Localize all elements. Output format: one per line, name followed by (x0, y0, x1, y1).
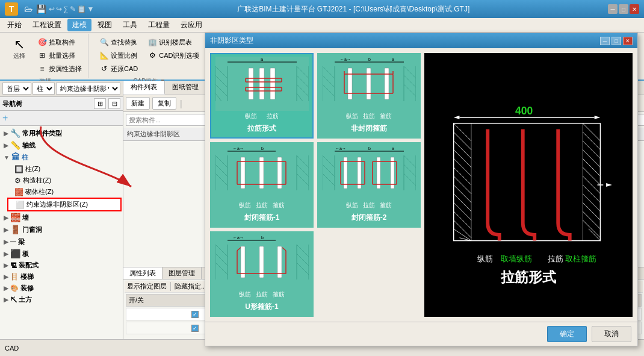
dialog-title-bar: 非阴影区类型 ─ □ ✕ (205, 33, 637, 48)
options-icon: ⚙ (147, 51, 157, 60)
rebar-card-uxing[interactable]: ←a→ b 纵筋 (210, 231, 314, 317)
svg-text:b: b (261, 146, 264, 151)
svg-marker-111 (606, 183, 612, 187)
section-column[interactable]: ▼ 🏛 柱 (1, 151, 122, 163)
restore-icon: ↺ (99, 64, 109, 73)
options-label: CAD识别选项 (159, 51, 199, 60)
dialog-maximize-button[interactable]: □ (611, 37, 621, 45)
constraint-icon: ⬜ (16, 201, 25, 209)
dialog-title-buttons: ─ □ ✕ (600, 37, 633, 45)
add-bar: + (0, 111, 123, 126)
menu-build[interactable]: 建模 (67, 19, 91, 31)
ribbon-cad-tools: 🔍 查找替换 📐 设置比例 ↺ 还原CAD 🏢 识别楼层表 ⚙ (97, 35, 202, 76)
maximize-button[interactable]: □ (619, 4, 628, 14)
dialog-title-text: 非阴影区类型 (210, 36, 253, 46)
svg-text:b: b (368, 146, 371, 151)
rebar-diagram-lajin: a (215, 57, 309, 111)
tree-header-bar: 导航树 ⊞ ⊟ (0, 97, 123, 111)
type-select[interactable]: 柱 (33, 83, 55, 95)
tab-properties[interactable]: 属性列表 (123, 267, 163, 279)
svg-text:a: a (260, 57, 263, 62)
find-replace-button[interactable]: 🔍 查找替换 (97, 36, 140, 48)
attr-select-button[interactable]: ≡ 按属性选择 (35, 63, 84, 75)
floor-select[interactable]: 首层 (2, 83, 31, 95)
copy-button[interactable]: 复制 (152, 97, 176, 110)
restore-cad-button[interactable]: ↺ 还原CAD (97, 63, 140, 75)
section-beam[interactable]: ▶ ─ 梁 (1, 236, 122, 248)
section-slab[interactable]: ▶ ⬛ 板 (1, 248, 122, 260)
cad-options-button[interactable]: ⚙ CAD识别选项 (145, 49, 202, 61)
cancel-button[interactable]: 取消 (592, 326, 631, 342)
dialog-close-button[interactable]: ✕ (623, 37, 633, 45)
layer-toggle-2[interactable]: ✓ (191, 325, 199, 332)
nav-header: 首层 柱 约束边缘非阴影▼ (0, 81, 123, 97)
menu-bar: 开始 工程设置 建模 视图 工具 工程量 云应用 (0, 18, 644, 33)
section-stairs[interactable]: ▶ 🪜 楼梯 (1, 271, 122, 283)
find-icon: 🔍 (99, 37, 109, 47)
section-wall[interactable]: ▶ 🧱 墙 (1, 211, 122, 223)
scale-label: 设置比例 (111, 51, 137, 60)
card2-name: 非封闭箍筋 (351, 122, 387, 135)
title-bar: T 🗁 💾 ↩ ↪ ∑ ✎ 📋 ▼ 广联达BIM土建计量平台 GTJ2021 -… (0, 0, 644, 18)
menu-tools[interactable]: 工具 (118, 19, 142, 31)
minimize-button[interactable]: ─ (608, 4, 618, 14)
menu-start[interactable]: 开始 (2, 19, 26, 31)
select-label: 选择 (13, 52, 25, 60)
filter-select[interactable]: 约束边缘非阴影▼ (56, 83, 120, 95)
svg-text:←a→: ←a→ (340, 57, 351, 61)
svg-rect-63 (323, 155, 416, 190)
rebar-diagram-fengbi1: ←a→ b (215, 146, 309, 200)
section-common[interactable]: ▶ 🔧 常用构件类型 (1, 127, 122, 139)
dialog-minimize-button[interactable]: ─ (600, 37, 610, 45)
rebar-card-feifengbi[interactable]: ←a→ b a (317, 53, 421, 139)
new-button[interactable]: 新建 (126, 97, 150, 110)
floors-icon: 🏢 (147, 37, 157, 47)
card1-name: 拉筋形式 (247, 122, 276, 135)
section-axis[interactable]: ▶ 📏 轴线 (1, 139, 122, 151)
ribbon-select-group: ↖ 选择 🎯 拾取构件 ⊞ 批量选择 ≡ 按属性选择 选择 (2, 34, 88, 78)
svg-text:拉筋形式: 拉筋形式 (500, 269, 557, 285)
card5-name: U形箍筋-1 (245, 300, 278, 313)
tree-constraint-zone[interactable]: ⬜ 约束边缘非阴影区(Z) (7, 198, 122, 211)
section-decoration[interactable]: ▶ 🎨 装修 (1, 283, 122, 294)
tab-layers[interactable]: 图层管理 (163, 267, 202, 279)
tab-drawings[interactable]: 图纸管理 (165, 81, 206, 95)
section-openings[interactable]: ▶ 🚪 门窗洞 (1, 223, 122, 236)
tree-expand-button[interactable]: ⊞ (94, 98, 106, 109)
tree-column-z[interactable]: 🔲 柱(Z) (7, 163, 122, 175)
menu-view[interactable]: 视图 (93, 19, 117, 31)
close-button[interactable]: ✕ (630, 4, 639, 14)
menu-cloud[interactable]: 云应用 (176, 19, 207, 31)
rebar-card-lajin[interactable]: a 纵筋 拉筋 拉筋形式 (210, 53, 314, 139)
card5-sublabels: 纵筋 拉筋 箍筋 (239, 289, 285, 300)
menu-quantities[interactable]: 工程量 (143, 19, 175, 31)
tab-component-list[interactable]: 构件列表 (123, 81, 165, 95)
identify-floors-button[interactable]: 🏢 识别楼层表 (145, 36, 202, 48)
batch-select-button[interactable]: ⊞ 批量选择 (35, 49, 84, 61)
rebar-card-fengbi2[interactable]: ←a→ b a (317, 142, 421, 228)
dialog-preview: 400 (424, 53, 633, 317)
layer-toggle-1[interactable]: ✓ (191, 311, 199, 318)
svg-text:拉筋: 拉筋 (548, 255, 563, 263)
tree-masonry-column[interactable]: 🧱 砌体柱(Z) (7, 186, 122, 198)
rebar-card-fengbi1[interactable]: ←a→ b 纵筋 拉筋 箍筋 封闭箍筋-1 (210, 142, 314, 228)
card4-sublabels: 纵筋 拉筋 箍筋 (346, 200, 392, 211)
rebar-diagram-fengbi2: ←a→ b a (323, 146, 416, 200)
svg-text:b: b (261, 236, 264, 240)
tree-collapse-button[interactable]: ⊟ (108, 98, 120, 109)
batch-icon: ⊞ (37, 51, 47, 60)
svg-marker-108 (595, 116, 601, 119)
add-button[interactable]: + (2, 113, 8, 123)
confirm-button[interactable]: 确定 (547, 326, 587, 342)
window-controls[interactable]: ─ □ ✕ (608, 4, 639, 14)
section-earthwork[interactable]: ▶ ⛏ 土方 (1, 294, 122, 305)
select-button[interactable]: ↖ 选择 (6, 36, 33, 61)
svg-text:a: a (392, 57, 394, 61)
section-prefab[interactable]: ▶ 🏗 装配式 (1, 260, 122, 271)
column-children: 🔲 柱(Z) ⚙ 构造柱(Z) 🧱 砌体柱(Z) ⬜ 约束边缘非阴影区(Z) (1, 163, 122, 211)
pick-component-button[interactable]: 🎯 拾取构件 (35, 36, 84, 48)
rebar-diagram-feifengbi: ←a→ b a (323, 57, 416, 111)
tree-structural-column[interactable]: ⚙ 构造柱(Z) (7, 175, 122, 186)
menu-project-settings[interactable]: 工程设置 (28, 19, 66, 31)
set-scale-button[interactable]: 📐 设置比例 (97, 49, 140, 61)
